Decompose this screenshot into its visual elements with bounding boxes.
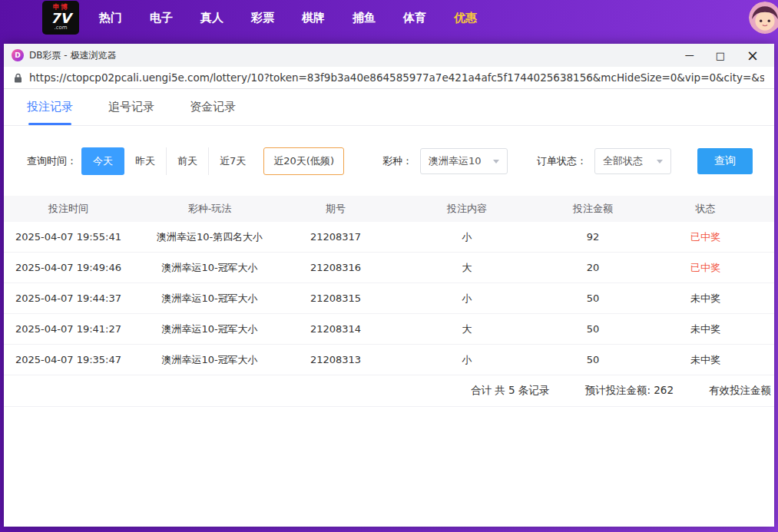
order-status-filter-label: 订单状态： bbox=[537, 154, 587, 168]
browser-window: D DB彩票 - 极速浏览器 — □ × https://ctopcp02pca… bbox=[4, 44, 774, 527]
header-bet-content: 投注内容 bbox=[385, 202, 549, 216]
chevron-down-icon bbox=[493, 160, 499, 164]
table-row: 2025-04-07 19:35:47 澳洲幸运10-冠军大小 21208313… bbox=[4, 345, 774, 375]
header-issue: 期号 bbox=[286, 202, 385, 216]
order-status-select[interactable]: 全部状态 bbox=[594, 148, 671, 174]
tab-bar: 投注记录 追号记录 资金记录 bbox=[4, 89, 774, 126]
nav-item-fishing[interactable]: 捕鱼 bbox=[353, 11, 376, 25]
bet-content: 小 bbox=[385, 292, 549, 306]
lottery-select[interactable]: 澳洲幸运10 bbox=[420, 148, 508, 174]
chevron-down-icon bbox=[657, 160, 663, 164]
bet-amount: 20 bbox=[549, 262, 637, 273]
bet-time: 2025-04-07 19:49:46 bbox=[4, 262, 133, 273]
nav-item-live[interactable]: 真人 bbox=[200, 11, 223, 25]
time-option-today[interactable]: 今天 bbox=[81, 147, 124, 175]
bet-amount: 92 bbox=[549, 231, 637, 243]
lottery-play: 澳洲幸运10-冠军大小 bbox=[133, 322, 286, 336]
header-bet-amount: 投注金额 bbox=[549, 202, 637, 216]
bet-amount: 50 bbox=[549, 323, 637, 335]
brand-logo-main: 7V bbox=[51, 12, 71, 26]
lottery-filter-label: 彩种： bbox=[382, 154, 412, 168]
table-row: 2025-04-07 19:41:27 澳洲幸运10-冠军大小 21208314… bbox=[4, 314, 774, 345]
bet-time: 2025-04-07 19:55:41 bbox=[4, 231, 133, 243]
avatar-cartoon-face bbox=[749, 2, 778, 34]
tab-bet-records[interactable]: 投注记录 bbox=[27, 89, 73, 125]
tab-fund-records[interactable]: 资金记录 bbox=[190, 89, 236, 125]
filter-bar: 查询时间： 今天 昨天 前天 近7天 近20天(低频) 彩种： 澳洲幸运10 订… bbox=[27, 147, 774, 175]
address-bar[interactable]: https://ctopcp02pcali.uengi5e.com/lotter… bbox=[4, 67, 774, 89]
table-header-row: 投注时间 彩种-玩法 期号 投注内容 投注金额 状态 bbox=[4, 196, 774, 222]
status-badge: 未中奖 bbox=[637, 353, 774, 367]
tab-chase-records[interactable]: 追号记录 bbox=[108, 89, 154, 125]
lottery-play: 澳洲幸运10-冠军大小 bbox=[133, 261, 286, 275]
table-summary: 合计 共 5 条记录 预计投注金额: 262 有效投注金额 bbox=[4, 375, 774, 407]
url-text[interactable]: https://ctopcp02pcali.uengi5e.com/lotter… bbox=[29, 71, 764, 84]
issue-number: 21208316 bbox=[286, 262, 385, 273]
bet-records-table: 投注时间 彩种-玩法 期号 投注内容 投注金额 状态 2025-04-07 19… bbox=[4, 196, 774, 407]
bet-content: 小 bbox=[385, 353, 549, 367]
bet-time: 2025-04-07 19:44:37 bbox=[4, 292, 133, 304]
summary-expected-amount: 预计投注金额: 262 bbox=[584, 384, 674, 398]
nav-item-promos[interactable]: 优惠 bbox=[454, 11, 477, 25]
brand-logo[interactable]: 申博 7V .com bbox=[42, 1, 79, 35]
summary-total-records: 合计 共 5 条记录 bbox=[471, 384, 549, 398]
time-filter-label: 查询时间： bbox=[27, 154, 77, 168]
lottery-play: 澳洲幸运10-冠军大小 bbox=[133, 353, 286, 367]
header-status: 状态 bbox=[637, 202, 774, 216]
lottery-selected-value: 澳洲幸运10 bbox=[429, 154, 482, 168]
issue-number: 21208317 bbox=[286, 231, 385, 243]
nav-item-sports[interactable]: 体育 bbox=[403, 11, 426, 25]
status-badge: 未中奖 bbox=[637, 292, 774, 306]
top-nav-bar: 申博 7V .com 热门 电子 真人 彩票 棋牌 捕鱼 体育 优惠 bbox=[0, 0, 778, 35]
header-lottery-play: 彩种-玩法 bbox=[133, 202, 286, 216]
bet-content: 大 bbox=[385, 261, 549, 275]
bet-amount: 50 bbox=[549, 354, 637, 365]
lock-icon bbox=[14, 73, 22, 83]
window-controls: — □ × bbox=[685, 48, 766, 63]
app-icon: D bbox=[12, 49, 24, 61]
bet-time: 2025-04-07 19:35:47 bbox=[4, 354, 133, 365]
lottery-play: 澳洲幸运10-第四名大小 bbox=[133, 230, 286, 244]
nav-item-lottery[interactable]: 彩票 bbox=[251, 11, 274, 25]
header-bet-time: 投注时间 bbox=[4, 202, 133, 216]
issue-number: 21208314 bbox=[286, 323, 385, 335]
search-button[interactable]: 查询 bbox=[697, 148, 753, 174]
nav-item-cards[interactable]: 棋牌 bbox=[302, 11, 325, 25]
close-icon[interactable]: × bbox=[747, 48, 759, 63]
bet-amount: 50 bbox=[549, 292, 637, 304]
issue-number: 21208315 bbox=[286, 292, 385, 304]
time-option-day-before[interactable]: 前天 bbox=[166, 147, 208, 175]
issue-number: 21208313 bbox=[286, 354, 385, 365]
order-status-selected-value: 全部状态 bbox=[603, 154, 643, 168]
table-row: 2025-04-07 19:49:46 澳洲幸运10-冠军大小 21208316… bbox=[4, 253, 774, 283]
status-badge: 未中奖 bbox=[637, 322, 774, 336]
table-row: 2025-04-07 19:44:37 澳洲幸运10-冠军大小 21208315… bbox=[4, 283, 774, 314]
nav-item-hot[interactable]: 热门 bbox=[99, 11, 122, 25]
summary-valid-amount: 有效投注金额 bbox=[709, 384, 771, 398]
status-badge: 已中奖 bbox=[637, 261, 774, 275]
time-option-20days-lowfreq[interactable]: 近20天(低频) bbox=[263, 147, 344, 175]
window-title: DB彩票 - 极速浏览器 bbox=[29, 49, 116, 62]
bet-content: 小 bbox=[385, 230, 549, 244]
lottery-play: 澳洲幸运10-冠军大小 bbox=[133, 292, 286, 306]
maximize-icon[interactable]: □ bbox=[716, 51, 725, 61]
time-option-yesterday[interactable]: 昨天 bbox=[124, 147, 166, 175]
main-nav: 热门 电子 真人 彩票 棋牌 捕鱼 体育 优惠 bbox=[99, 11, 477, 25]
time-option-7days[interactable]: 近7天 bbox=[208, 147, 257, 175]
minimize-icon[interactable]: — bbox=[685, 51, 694, 60]
nav-item-slots[interactable]: 电子 bbox=[150, 11, 173, 25]
page-content: 投注记录 追号记录 资金记录 查询时间： 今天 昨天 前天 近7天 近20天(低… bbox=[4, 89, 774, 527]
window-titlebar: D DB彩票 - 极速浏览器 — □ × bbox=[4, 44, 774, 67]
brand-logo-sub: .com bbox=[54, 25, 67, 31]
bet-time: 2025-04-07 19:41:27 bbox=[4, 323, 133, 335]
user-avatar[interactable] bbox=[749, 2, 778, 34]
bet-content: 大 bbox=[385, 322, 549, 336]
status-badge: 已中奖 bbox=[637, 230, 774, 244]
table-row: 2025-04-07 19:55:41 澳洲幸运10-第四名大小 2120831… bbox=[4, 222, 774, 253]
